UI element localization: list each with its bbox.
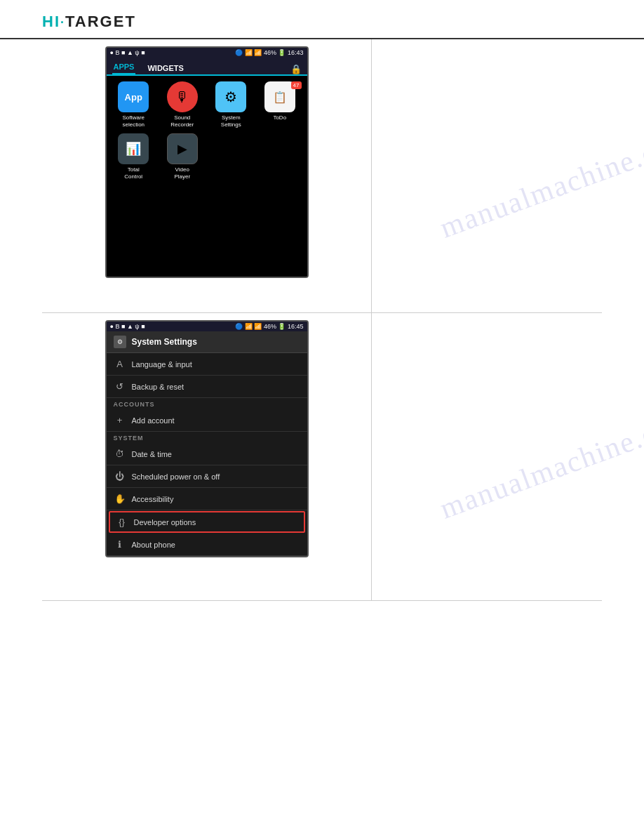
right-col-1: manualmachine.com [372, 39, 602, 312]
developer-icon: {} [116, 517, 128, 527]
right-col-2: manualmachine.com [372, 313, 602, 600]
settings-header: ⚙ System Settings [107, 331, 307, 353]
settings-item-add-account[interactable]: + Add account [107, 409, 307, 432]
logo-target: TARGET [65, 13, 136, 30]
accessibility-icon: ✋ [114, 494, 126, 504]
settings-item-accessibility[interactable]: ✋ Accessibility [107, 488, 307, 510]
left-col-1: ● B ■ ▲ ψ ■ 🔵 📶 📶 46% 🔋 16:43 APPS WIDGE… [42, 39, 372, 312]
status2-right: 🔵 📶 📶 46% 🔋 16:45 [235, 323, 303, 330]
settings-item-about[interactable]: ℹ About phone [107, 534, 307, 556]
app-icon-system: ⚙ [215, 81, 246, 112]
section-accounts: ACCOUNTS [107, 398, 307, 409]
app-label-video: VideoPlayer [174, 166, 190, 180]
add-account-icon: + [114, 415, 126, 425]
app-icon-software: App [118, 81, 149, 112]
app-label-sound: SoundRecorder [170, 114, 194, 128]
apps-tabs[interactable]: APPS WIDGETS 🔒 [107, 58, 307, 76]
app-item-video[interactable]: ▶ VideoPlayer [161, 133, 204, 180]
app-icon-total: 📊 [118, 133, 149, 164]
app-item-sound[interactable]: 🎙 SoundRecorder [161, 81, 204, 128]
lock-icon: 🔒 [290, 64, 302, 74]
row-1: ● B ■ ▲ ψ ■ 🔵 📶 📶 46% 🔋 16:43 APPS WIDGE… [42, 39, 602, 313]
app-item-software[interactable]: App Softwareselection [112, 81, 156, 128]
settings-item-datetime[interactable]: ⏱ Date & time [107, 443, 307, 465]
developer-label: Developer options [134, 518, 196, 527]
todo-badge: 47 [291, 81, 302, 89]
status-bar-1: ● B ■ ▲ ψ ■ 🔵 📶 📶 46% 🔋 16:43 [107, 48, 307, 58]
app-label-total: TotalControl [124, 166, 142, 180]
app-label-todo: ToDo [273, 114, 286, 121]
row-2: ● B ■ ▲ ψ ■ 🔵 📶 📶 46% 🔋 16:45 ⚙ System S… [42, 313, 602, 601]
watermark-1: manualmachine.com [436, 121, 644, 244]
power-label: Scheduled power on & off [132, 472, 220, 481]
status-bar-2: ● B ■ ▲ ψ ■ 🔵 📶 📶 46% 🔋 16:45 [107, 322, 307, 331]
backup-icon: ↺ [114, 381, 126, 392]
app-item-total[interactable]: 📊 TotalControl [112, 133, 156, 180]
watermark-2: manualmachine.com [436, 402, 644, 525]
settings-header-title: System Settings [132, 337, 197, 347]
empty-space [107, 185, 307, 277]
app-icon-sound: 🎙 [167, 81, 198, 112]
datetime-icon: ⏱ [114, 449, 126, 459]
settings-screen: ● B ■ ▲ ψ ■ 🔵 📶 📶 46% 🔋 16:45 ⚙ System S… [105, 320, 309, 557]
settings-item-power[interactable]: ⏻ Scheduled power on & off [107, 465, 307, 488]
tab-widgets[interactable]: WIDGETS [146, 62, 185, 74]
left-col-2: ● B ■ ▲ ψ ■ 🔵 📶 📶 46% 🔋 16:45 ⚙ System S… [42, 313, 372, 600]
tab-apps[interactable]: APPS [112, 60, 136, 74]
settings-header-icon: ⚙ [114, 336, 126, 348]
accessibility-label: Accessibility [132, 495, 174, 503]
status-left-icons: ● B ■ ▲ ψ ■ [110, 49, 145, 56]
power-icon: ⏻ [114, 471, 126, 482]
app-item-todo[interactable]: 📋 ToDo 47 [258, 81, 302, 128]
app-grid: App Softwareselection 🎙 SoundRecorder ⚙ … [107, 76, 307, 185]
app-item-system[interactable]: ⚙ SystemSettings [210, 81, 253, 128]
backup-label: Backup & reset [132, 383, 185, 391]
status-right-icons: 🔵 📶 📶 46% 🔋 16:43 [235, 49, 303, 56]
status2-left: ● B ■ ▲ ψ ■ [110, 323, 145, 330]
settings-item-developer[interactable]: {} Developer options [109, 511, 305, 533]
language-label: Language & input [132, 360, 192, 369]
about-label: About phone [132, 541, 175, 549]
app-icon-video: ▶ [167, 133, 198, 164]
section-system: SYSTEM [107, 432, 307, 443]
phone-screen-1: ● B ■ ▲ ψ ■ 🔵 📶 📶 46% 🔋 16:43 APPS WIDGE… [105, 46, 309, 278]
app-label-system: SystemSettings [221, 114, 241, 128]
settings-item-backup[interactable]: ↺ Backup & reset [107, 376, 307, 398]
main-content: ● B ■ ▲ ψ ■ 🔵 📶 📶 46% 🔋 16:43 APPS WIDGE… [0, 39, 644, 601]
language-icon: A [114, 359, 126, 369]
page-header: HI·TARGET [0, 0, 644, 39]
datetime-label: Date & time [132, 450, 172, 458]
settings-item-language[interactable]: A Language & input [107, 353, 307, 376]
logo-separator: · [60, 15, 65, 29]
about-icon: ℹ [114, 539, 126, 550]
app-label-software: Softwareselection [122, 114, 145, 128]
company-logo: HI·TARGET [42, 13, 602, 31]
add-account-label: Add account [132, 416, 175, 425]
logo-hi: HI [42, 13, 60, 30]
